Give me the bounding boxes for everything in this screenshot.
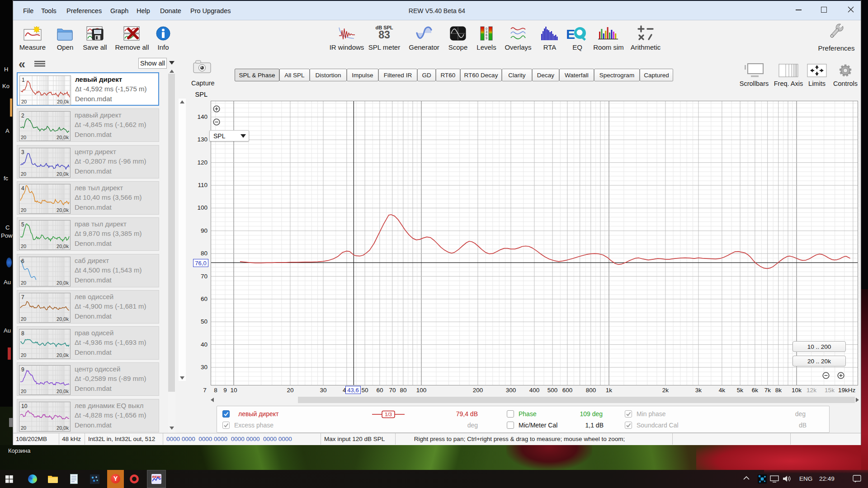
svg-text:20,0k: 20,0k [57, 280, 69, 286]
svg-text:6: 6 [21, 258, 24, 264]
svg-text:20: 20 [21, 171, 26, 177]
svg-text:3: 3 [486, 30, 487, 33]
svg-text:20,0k: 20,0k [57, 207, 69, 213]
svg-text:20,0k: 20,0k [57, 171, 69, 177]
svg-text:20: 20 [21, 352, 26, 358]
svg-text:20,0k: 20,0k [57, 389, 69, 394]
svg-text:3: 3 [21, 149, 24, 155]
svg-text:20,0k: 20,0k [57, 352, 69, 358]
svg-text:20,0k: 20,0k [57, 425, 69, 431]
svg-text:20: 20 [21, 280, 26, 286]
svg-text:1: 1 [22, 77, 25, 83]
svg-text:20: 20 [21, 389, 26, 394]
svg-text:20: 20 [21, 99, 27, 104]
svg-text:20,0k: 20,0k [57, 99, 69, 104]
svg-text:9: 9 [486, 37, 487, 40]
svg-text:4: 4 [21, 185, 24, 192]
svg-text:8: 8 [21, 330, 24, 337]
svg-text:REW: REW [152, 475, 161, 479]
svg-text:20,0k: 20,0k [57, 316, 69, 322]
svg-text:10: 10 [21, 403, 28, 409]
svg-text:6: 6 [486, 33, 487, 37]
svg-text:20,0k: 20,0k [57, 244, 69, 249]
svg-text:20: 20 [21, 207, 26, 213]
svg-text:20: 20 [21, 135, 26, 140]
svg-text:E: E [567, 27, 575, 41]
svg-text:0: 0 [486, 27, 487, 30]
svg-text:7: 7 [21, 294, 24, 300]
svg-text:1/3: 1/3 [385, 412, 392, 417]
svg-text:20: 20 [21, 425, 26, 431]
svg-text:20: 20 [21, 244, 26, 249]
svg-text:9: 9 [21, 366, 24, 373]
svg-text:20,0k: 20,0k [57, 135, 69, 140]
svg-text:20: 20 [21, 316, 26, 322]
svg-text:2: 2 [21, 113, 24, 119]
svg-text:5: 5 [21, 221, 24, 228]
